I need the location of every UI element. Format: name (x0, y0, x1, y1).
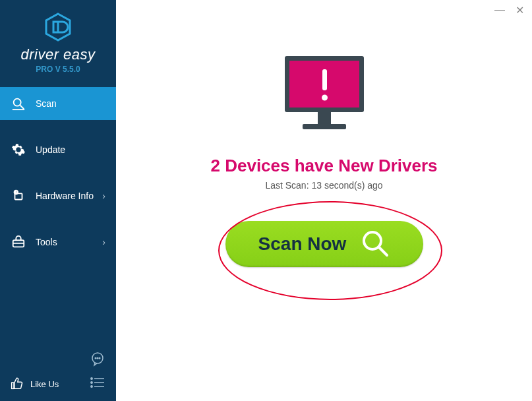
svg-point-12 (97, 357, 98, 359)
brand-logo-icon (0, 12, 116, 42)
window-controls: — ✕ (494, 4, 524, 16)
brand-version: PRO V 5.5.0 (0, 65, 116, 74)
svg-rect-23 (318, 112, 331, 124)
sidebar-item-label: Update (36, 144, 65, 155)
menu-list-icon[interactable] (90, 376, 105, 392)
hardware-info-icon: ! (11, 189, 26, 203)
svg-point-13 (99, 357, 100, 359)
last-scan-text: Last Scan: 13 second(s) ago (265, 180, 382, 191)
sidebar-item-update[interactable]: Update (0, 133, 116, 166)
svg-point-15 (91, 378, 92, 379)
main-content: 2 Devices have New Drivers Last Scan: 13… (116, 0, 532, 401)
alert-monitor-icon (275, 53, 374, 141)
search-icon (11, 96, 26, 111)
magnifier-icon (361, 229, 390, 260)
like-us-label: Like Us (30, 379, 59, 389)
chevron-right-icon: › (102, 191, 105, 201)
sidebar-bottom: Like Us (0, 351, 116, 392)
like-us-button[interactable]: Like Us (11, 377, 59, 392)
toolbox-icon (11, 235, 26, 249)
sidebar-item-hardware[interactable]: ! Hardware Info › (0, 179, 116, 212)
svg-rect-14 (12, 383, 14, 388)
svg-line-28 (379, 247, 387, 255)
sidebar-item-label: Hardware Info (36, 191, 94, 201)
svg-text:!: ! (16, 191, 16, 194)
svg-point-26 (322, 95, 328, 101)
brand-name: driver easy (0, 46, 116, 63)
svg-point-19 (91, 386, 92, 387)
sidebar-nav: Scan Update ! Hardware (0, 87, 116, 272)
svg-rect-24 (303, 124, 346, 129)
scan-result-headline: 2 Devices have New Drivers (211, 156, 438, 176)
sidebar-item-label: Tools (36, 237, 57, 247)
chevron-right-icon: › (102, 237, 105, 247)
thumbs-up-icon (11, 377, 24, 392)
scan-now-label: Scan Now (258, 233, 347, 255)
svg-rect-25 (322, 69, 327, 90)
svg-point-2 (14, 99, 21, 106)
svg-line-3 (20, 106, 24, 109)
sidebar-item-label: Scan (36, 98, 57, 109)
app-window: — ✕ driver easy PRO V 5.5.0 (0, 0, 532, 401)
svg-point-11 (95, 357, 96, 359)
scan-now-button[interactable]: Scan Now (225, 221, 423, 267)
close-button[interactable]: ✕ (516, 4, 524, 16)
feedback-icon[interactable] (90, 357, 105, 369)
gear-icon (11, 142, 26, 157)
sidebar: driver easy PRO V 5.5.0 Scan (0, 0, 116, 401)
svg-point-17 (91, 382, 92, 383)
minimize-button[interactable]: — (494, 4, 505, 16)
sidebar-item-tools[interactable]: Tools › (0, 226, 116, 259)
brand-block: driver easy PRO V 5.5.0 (0, 0, 116, 83)
sidebar-item-scan[interactable]: Scan (0, 87, 116, 120)
